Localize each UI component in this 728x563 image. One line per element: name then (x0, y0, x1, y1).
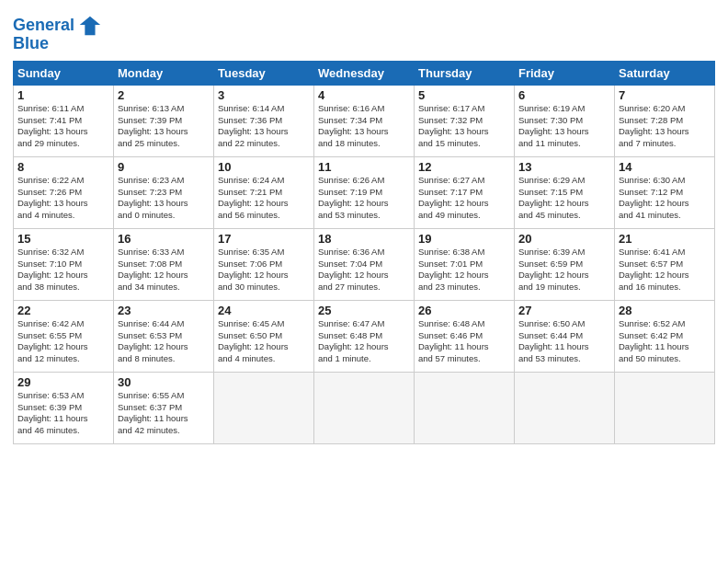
day-info: Sunrise: 6:22 AM Sunset: 7:26 PM Dayligh… (17, 175, 109, 222)
day-info: Sunrise: 6:50 AM Sunset: 6:44 PM Dayligh… (518, 318, 610, 365)
day-number: 28 (619, 304, 711, 317)
day-info: Sunrise: 6:39 AM Sunset: 6:59 PM Dayligh… (518, 247, 610, 293)
header: General Blue (13, 9, 715, 53)
day-info: Sunrise: 6:24 AM Sunset: 7:21 PM Dayligh… (218, 175, 310, 222)
calendar-cell: 23Sunrise: 6:44 AM Sunset: 6:53 PM Dayli… (114, 300, 214, 372)
day-number: 18 (318, 232, 410, 246)
day-number: 10 (218, 160, 310, 174)
day-info: Sunrise: 6:29 AM Sunset: 7:15 PM Dayligh… (518, 175, 610, 222)
column-headers: SundayMondayTuesdayWednesdayThursdayFrid… (14, 61, 715, 85)
page-container: General Blue SundayMondayTuesdayWednesda… (0, 0, 728, 563)
day-info: Sunrise: 6:13 AM Sunset: 7:39 PM Dayligh… (118, 103, 210, 150)
day-number: 30 (118, 375, 210, 389)
calendar-cell (515, 372, 615, 443)
day-number: 6 (518, 88, 610, 102)
day-number: 24 (218, 304, 310, 317)
day-number: 21 (619, 232, 711, 246)
calendar-cell: 7Sunrise: 6:20 AM Sunset: 7:28 PM Daylig… (615, 85, 715, 156)
day-number: 16 (118, 232, 210, 246)
calendar-cell (415, 372, 515, 443)
calendar-cell: 20Sunrise: 6:39 AM Sunset: 6:59 PM Dayli… (515, 228, 615, 300)
day-info: Sunrise: 6:35 AM Sunset: 7:06 PM Dayligh… (218, 247, 310, 293)
calendar-cell: 19Sunrise: 6:38 AM Sunset: 7:01 PM Dayli… (415, 228, 515, 300)
day-info: Sunrise: 6:33 AM Sunset: 7:08 PM Dayligh… (118, 247, 210, 293)
calendar-cell: 12Sunrise: 6:27 AM Sunset: 7:17 PM Dayli… (415, 156, 515, 228)
calendar-table: SundayMondayTuesdayWednesdayThursdayFrid… (13, 61, 715, 444)
calendar-cell: 9Sunrise: 6:23 AM Sunset: 7:23 PM Daylig… (114, 156, 214, 228)
week-row: 15Sunrise: 6:32 AM Sunset: 7:10 PM Dayli… (14, 228, 715, 300)
day-info: Sunrise: 6:48 AM Sunset: 6:46 PM Dayligh… (418, 318, 510, 365)
logo: General Blue (13, 13, 102, 53)
week-row: 1Sunrise: 6:11 AM Sunset: 7:41 PM Daylig… (14, 85, 715, 156)
day-number: 5 (418, 88, 510, 102)
day-number: 1 (17, 88, 109, 102)
day-number: 13 (518, 160, 610, 174)
calendar-cell: 8Sunrise: 6:22 AM Sunset: 7:26 PM Daylig… (14, 156, 114, 228)
calendar-cell: 14Sunrise: 6:30 AM Sunset: 7:12 PM Dayli… (615, 156, 715, 228)
logo-text-blue: Blue (13, 34, 49, 52)
day-info: Sunrise: 6:11 AM Sunset: 7:41 PM Dayligh… (17, 103, 109, 150)
day-number: 11 (318, 160, 410, 174)
week-row: 29Sunrise: 6:53 AM Sunset: 6:39 PM Dayli… (14, 372, 715, 443)
svg-marker-0 (80, 17, 100, 36)
day-info: Sunrise: 6:19 AM Sunset: 7:30 PM Dayligh… (518, 103, 610, 150)
calendar-cell: 2Sunrise: 6:13 AM Sunset: 7:39 PM Daylig… (114, 85, 214, 156)
day-info: Sunrise: 6:52 AM Sunset: 6:42 PM Dayligh… (619, 318, 711, 365)
calendar-cell: 18Sunrise: 6:36 AM Sunset: 7:04 PM Dayli… (314, 228, 415, 300)
column-header-thursday: Thursday (415, 61, 515, 85)
day-info: Sunrise: 6:16 AM Sunset: 7:34 PM Dayligh… (318, 103, 410, 150)
day-info: Sunrise: 6:41 AM Sunset: 6:57 PM Dayligh… (619, 247, 711, 293)
column-header-saturday: Saturday (615, 61, 715, 85)
calendar-cell: 26Sunrise: 6:48 AM Sunset: 6:46 PM Dayli… (415, 300, 515, 372)
day-info: Sunrise: 6:38 AM Sunset: 7:01 PM Dayligh… (418, 247, 510, 293)
logo-icon (76, 13, 102, 39)
day-number: 26 (418, 304, 510, 317)
day-info: Sunrise: 6:44 AM Sunset: 6:53 PM Dayligh… (118, 318, 210, 365)
day-number: 15 (17, 232, 109, 246)
day-number: 27 (518, 304, 610, 317)
day-info: Sunrise: 6:36 AM Sunset: 7:04 PM Dayligh… (318, 247, 410, 293)
column-header-wednesday: Wednesday (314, 61, 415, 85)
day-number: 9 (118, 160, 210, 174)
day-number: 7 (619, 88, 711, 102)
calendar-cell: 5Sunrise: 6:17 AM Sunset: 7:32 PM Daylig… (415, 85, 515, 156)
calendar-cell: 16Sunrise: 6:33 AM Sunset: 7:08 PM Dayli… (114, 228, 214, 300)
day-info: Sunrise: 6:27 AM Sunset: 7:17 PM Dayligh… (418, 175, 510, 222)
day-number: 3 (218, 88, 310, 102)
calendar-cell (314, 372, 415, 443)
day-number: 12 (418, 160, 510, 174)
calendar-cell: 13Sunrise: 6:29 AM Sunset: 7:15 PM Dayli… (515, 156, 615, 228)
day-info: Sunrise: 6:20 AM Sunset: 7:28 PM Dayligh… (619, 103, 711, 150)
calendar-cell: 11Sunrise: 6:26 AM Sunset: 7:19 PM Dayli… (314, 156, 415, 228)
day-number: 23 (118, 304, 210, 317)
day-number: 25 (318, 304, 410, 317)
calendar-cell: 24Sunrise: 6:45 AM Sunset: 6:50 PM Dayli… (214, 300, 314, 372)
calendar-cell: 6Sunrise: 6:19 AM Sunset: 7:30 PM Daylig… (515, 85, 615, 156)
calendar-cell: 4Sunrise: 6:16 AM Sunset: 7:34 PM Daylig… (314, 85, 415, 156)
calendar-cell: 27Sunrise: 6:50 AM Sunset: 6:44 PM Dayli… (515, 300, 615, 372)
calendar-cell (214, 372, 314, 443)
calendar-cell: 15Sunrise: 6:32 AM Sunset: 7:10 PM Dayli… (14, 228, 114, 300)
day-info: Sunrise: 6:42 AM Sunset: 6:55 PM Dayligh… (17, 318, 109, 365)
day-info: Sunrise: 6:55 AM Sunset: 6:37 PM Dayligh… (118, 390, 210, 437)
calendar-cell: 1Sunrise: 6:11 AM Sunset: 7:41 PM Daylig… (14, 85, 114, 156)
day-number: 17 (218, 232, 310, 246)
week-row: 22Sunrise: 6:42 AM Sunset: 6:55 PM Dayli… (14, 300, 715, 372)
day-info: Sunrise: 6:23 AM Sunset: 7:23 PM Dayligh… (118, 175, 210, 222)
day-number: 19 (418, 232, 510, 246)
calendar-body: 1Sunrise: 6:11 AM Sunset: 7:41 PM Daylig… (14, 85, 715, 443)
calendar-cell: 17Sunrise: 6:35 AM Sunset: 7:06 PM Dayli… (214, 228, 314, 300)
day-info: Sunrise: 6:14 AM Sunset: 7:36 PM Dayligh… (218, 103, 310, 150)
day-info: Sunrise: 6:30 AM Sunset: 7:12 PM Dayligh… (619, 175, 711, 222)
calendar-cell: 29Sunrise: 6:53 AM Sunset: 6:39 PM Dayli… (14, 372, 114, 443)
calendar-cell (615, 372, 715, 443)
day-number: 20 (518, 232, 610, 246)
day-info: Sunrise: 6:32 AM Sunset: 7:10 PM Dayligh… (17, 247, 109, 293)
day-number: 4 (318, 88, 410, 102)
column-header-monday: Monday (114, 61, 214, 85)
day-number: 29 (17, 375, 109, 389)
day-number: 22 (17, 304, 109, 317)
day-number: 8 (17, 160, 109, 174)
calendar-cell: 10Sunrise: 6:24 AM Sunset: 7:21 PM Dayli… (214, 156, 314, 228)
calendar-cell: 25Sunrise: 6:47 AM Sunset: 6:48 PM Dayli… (314, 300, 415, 372)
